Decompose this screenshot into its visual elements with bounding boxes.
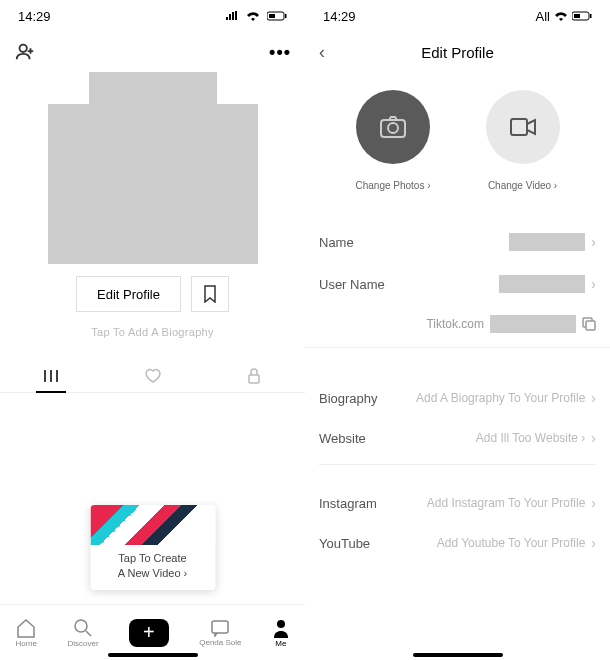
status-carrier: All	[536, 9, 550, 24]
nav-home-label: Home	[15, 639, 36, 648]
profile-banner-placeholder	[89, 72, 217, 104]
url-placeholder	[490, 315, 576, 333]
more-icon[interactable]: •••	[269, 42, 291, 63]
username-value: ›	[499, 275, 596, 293]
profile-url-row[interactable]: Tiktok.com	[305, 305, 610, 348]
svg-point-3	[20, 45, 27, 52]
add-person-icon[interactable]	[14, 41, 36, 63]
tab-private[interactable]	[203, 360, 305, 392]
svg-point-7	[277, 620, 285, 628]
edit-header: ‹ Edit Profile	[305, 32, 610, 72]
svg-rect-4	[249, 375, 259, 383]
change-photo-label: Change Photos ›	[355, 180, 430, 191]
nav-me[interactable]: Me	[272, 618, 290, 648]
create-card-art	[90, 505, 215, 545]
username-label: User Name	[319, 277, 385, 292]
chevron-right-icon: ›	[591, 276, 596, 292]
url-prefix: Tiktok.com	[426, 317, 484, 331]
nav-add-button[interactable]: +	[129, 619, 169, 647]
username-row[interactable]: User Name ›	[319, 263, 596, 305]
edit-profile-screen: 14:29 All ‹ Edit Profile Change Photos ›…	[305, 0, 610, 660]
edit-profile-button[interactable]: Edit Profile	[76, 276, 181, 312]
instagram-value: Add Instagram To Your Profile ›	[427, 495, 596, 511]
form-list: Name › User Name ›	[305, 221, 610, 305]
profile-header: •••	[0, 32, 305, 72]
website-row[interactable]: Website Add Ill Too Website › ›	[319, 418, 596, 465]
name-row[interactable]: Name ›	[319, 221, 596, 263]
profile-tabs	[0, 360, 305, 393]
biography-row[interactable]: Biography Add A Biography To Your Profil…	[319, 378, 596, 418]
name-value: ›	[509, 233, 596, 251]
nav-discover-label: Discover	[67, 639, 98, 648]
create-video-card[interactable]: Tap To Create A New Video ›	[90, 505, 215, 590]
youtube-label: YouTube	[319, 536, 370, 551]
form-list-2: Biography Add A Biography To Your Profil…	[305, 378, 610, 563]
svg-rect-10	[590, 14, 592, 18]
media-change-row: Change Photos › Change Video ›	[305, 90, 610, 191]
youtube-value: Add Youtube To Your Profile ›	[437, 535, 596, 551]
profile-actions: Edit Profile	[0, 276, 305, 312]
svg-rect-13	[511, 119, 527, 135]
status-bar: 14:29 All	[305, 0, 610, 32]
website-value: Add Ill Too Website › ›	[476, 430, 596, 446]
svg-rect-9	[574, 14, 580, 18]
bottom-nav: Home Discover + Qenda Sole Me	[0, 604, 305, 660]
chevron-right-icon: ›	[591, 535, 596, 551]
website-label: Website	[319, 431, 366, 446]
name-placeholder	[509, 233, 585, 251]
video-circle	[486, 90, 560, 164]
photo-circle	[356, 90, 430, 164]
nav-discover[interactable]: Discover	[67, 618, 98, 648]
back-icon[interactable]: ‹	[319, 42, 325, 63]
status-time: 14:29	[18, 9, 51, 24]
profile-screen: 14:29 ••• Edit Profile Tap To Add A Biog…	[0, 0, 305, 660]
home-indicator	[413, 653, 503, 657]
nav-home[interactable]: Home	[15, 618, 37, 648]
biography-label: Biography	[319, 391, 378, 406]
username-placeholder	[499, 275, 585, 293]
biography-value: Add A Biography To Your Profile ›	[416, 390, 596, 406]
status-icons: All	[536, 9, 592, 24]
bio-prompt[interactable]: Tap To Add A Biography	[0, 326, 305, 338]
svg-point-5	[75, 620, 87, 632]
profile-media-placeholder	[48, 104, 258, 264]
tab-grid[interactable]	[0, 360, 102, 392]
change-video-item[interactable]: Change Video ›	[486, 90, 560, 191]
bookmark-button[interactable]	[191, 276, 229, 312]
chevron-right-icon: ›	[591, 234, 596, 250]
create-line2: A New Video ›	[98, 566, 207, 580]
create-card-text: Tap To Create A New Video ›	[90, 545, 215, 590]
svg-rect-6	[212, 621, 228, 633]
chevron-right-icon: ›	[591, 495, 596, 511]
status-bar: 14:29	[0, 0, 305, 32]
change-video-label: Change Video ›	[488, 180, 557, 191]
svg-point-12	[388, 123, 398, 133]
change-photo-item[interactable]: Change Photos ›	[355, 90, 430, 191]
name-label: Name	[319, 235, 354, 250]
nav-inbox-label: Qenda Sole	[199, 638, 241, 647]
svg-rect-14	[586, 321, 595, 330]
status-time: 14:29	[323, 9, 356, 24]
chevron-right-icon: ›	[591, 430, 596, 446]
nav-me-label: Me	[275, 639, 286, 648]
instagram-label: Instagram	[319, 496, 377, 511]
home-indicator	[108, 653, 198, 657]
youtube-row[interactable]: YouTube Add Youtube To Your Profile ›	[319, 523, 596, 563]
tab-liked[interactable]	[102, 360, 204, 392]
nav-inbox[interactable]: Qenda Sole	[199, 619, 241, 647]
copy-icon[interactable]	[582, 317, 596, 331]
instagram-row[interactable]: Instagram Add Instagram To Your Profile …	[319, 483, 596, 523]
svg-rect-1	[269, 14, 275, 18]
create-line1: Tap To Create	[98, 551, 207, 565]
page-title: Edit Profile	[319, 44, 596, 61]
svg-rect-2	[285, 14, 287, 18]
status-icons	[222, 11, 287, 21]
chevron-right-icon: ›	[591, 390, 596, 406]
